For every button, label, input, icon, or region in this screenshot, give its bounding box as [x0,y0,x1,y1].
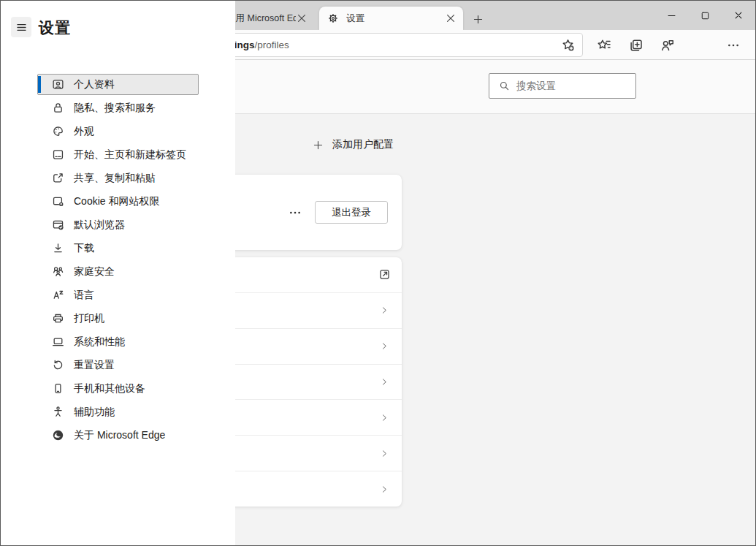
sidebar-item[interactable]: Cookie 和网站权限 [37,191,199,212]
sidebar-item-label: 打印机 [74,312,104,325]
chevron-right-icon [380,449,389,458]
sidebar-item-label: 手机和其他设备 [74,382,145,395]
gear-icon [327,12,339,24]
browser-window: 欢迎 欢迎使用 Microsoft Edge 设置 [0,0,756,546]
minimize-button[interactable] [654,1,688,30]
sidebar-item-label: 隐私、搜索和服务 [74,102,156,115]
browser-menu-button[interactable] [725,37,741,53]
browser-check-icon [52,219,64,231]
share-icon [52,172,64,184]
sidebar-item-label: 辅助功能 [74,406,115,419]
sidebar-item[interactable]: 默认浏览器 [37,214,199,235]
chevron-right-icon [380,306,389,315]
maximize-icon [700,11,710,20]
window-controls [654,1,755,30]
close-tab-icon[interactable] [296,12,308,24]
sidebar-item[interactable]: 系统和性能 [37,331,199,352]
plus-icon [313,140,324,151]
close-tab-icon[interactable] [445,12,457,24]
chevron-right-icon [380,377,389,387]
sidebar-item[interactable]: 关于 Microsoft Edge [37,425,199,446]
sidebar-item-label: 外观 [74,125,94,138]
maximize-button[interactable] [688,1,722,30]
add-favorite-button[interactable] [561,38,575,52]
favorites-button[interactable] [595,37,612,53]
more-horizontal-icon [727,39,740,52]
sidebar-item-label: Cookie 和网站权限 [74,195,159,208]
sidebar-item[interactable]: 辅助功能 [37,401,199,422]
chevron-right-icon [380,485,389,494]
sidebar-item-label: 家庭安全 [74,265,115,278]
sidebar-item-label: 个人资料 [74,78,115,91]
new-tab-button[interactable] [469,10,486,28]
sidebar-item[interactable]: 重置设置 [37,354,199,376]
page-title: 设置 [39,18,71,38]
search-input[interactable] [516,80,646,91]
sidebar-item-label: 关于 Microsoft Edge [74,429,165,442]
sign-out-button[interactable]: 退出登录 [315,201,388,224]
collections-button[interactable] [627,37,644,53]
sidebar-item[interactable]: 手机和其他设备 [37,378,199,399]
sidebar-item-label: 开始、主页和新建标签页 [74,148,186,162]
feedback-button[interactable] [659,37,676,53]
add-profile-button[interactable]: 添加用户配置 [313,137,394,153]
sidebar-item-label: 系统和性能 [74,335,125,349]
cookie-icon [52,195,64,208]
printer-icon [52,312,64,325]
laptop-icon [52,335,64,348]
sidebar-item[interactable]: 语言 [37,284,199,306]
star-list-icon [597,38,611,53]
chevron-right-icon [380,413,389,422]
edge-logo-icon [52,429,64,441]
lock-icon [52,102,64,114]
reset-icon [52,359,64,371]
external-link-icon [378,268,391,281]
search-icon [499,80,510,91]
person-chat-icon [660,38,675,53]
profile-more-button[interactable] [288,205,302,220]
sidebar-item-label: 默认浏览器 [74,219,125,232]
sidebar-item-label: 共享、复制和粘贴 [74,172,156,185]
sidebar-item-label: 语言 [74,289,94,302]
language-icon [52,289,64,301]
chevron-right-icon [380,341,389,351]
sidebar-item-label: 重置设置 [74,359,115,372]
tab-title: 设置 [346,12,445,25]
accessibility-icon [52,406,64,418]
sidebar-item-label: 下载 [74,242,94,255]
profile-card-icon [52,78,64,91]
collections-icon [629,38,644,53]
sidebar-item[interactable]: 下载 [37,238,199,259]
sidebar-item[interactable]: 共享、复制和粘贴 [37,167,199,189]
more-horizontal-icon [289,206,302,219]
download-icon [52,242,64,254]
sidebar-nav: 个人资料 隐私、搜索和服务 外观 开始、主页和新建标签页 共享、复制和粘贴 Co… [37,74,199,448]
tab-settings-active[interactable]: 设置 [319,7,463,30]
sidebar-item[interactable]: 家庭安全 [37,261,199,282]
close-icon [733,10,744,20]
start-page-icon [52,148,64,161]
settings-search-box[interactable] [489,73,636,99]
menu-toggle-button[interactable] [11,17,31,37]
sidebar-item[interactable]: 开始、主页和新建标签页 [37,144,199,165]
plus-icon [473,14,484,25]
phone-icon [52,382,64,395]
hamburger-menu-icon [15,21,28,34]
settings-sidebar: 设置 个人资料 隐私、搜索和服务 外观 开始、主页和新建标签页 共享、复制和粘贴 [1,1,235,545]
close-window-button[interactable] [722,1,755,30]
add-profile-label: 添加用户配置 [332,138,394,151]
sidebar-item[interactable]: 打印机 [37,308,199,329]
family-icon [52,265,64,278]
sidebar-item[interactable]: 个人资料 [37,74,199,95]
minimize-icon [667,11,676,20]
palette-icon [52,125,64,137]
sidebar-item[interactable]: 外观 [37,121,199,142]
sidebar-item[interactable]: 隐私、搜索和服务 [37,97,199,118]
